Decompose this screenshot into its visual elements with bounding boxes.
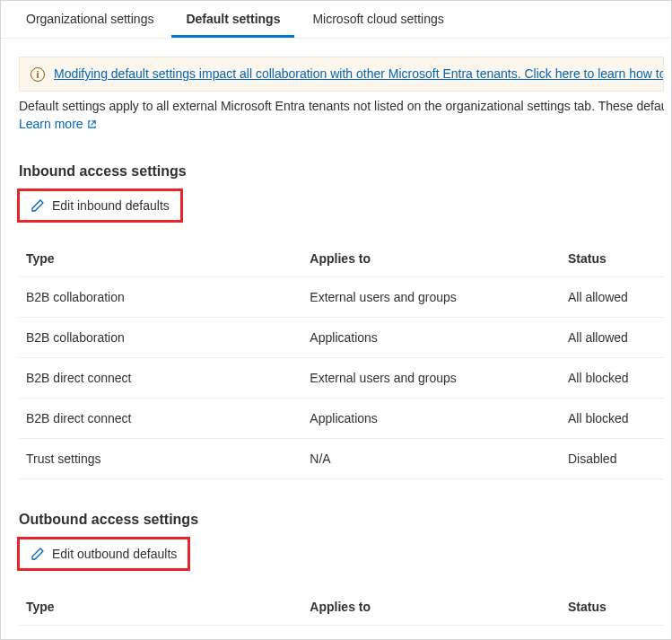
cell-status: All allowed (561, 318, 664, 358)
table-row[interactable]: B2B collaboration Applications All allow… (19, 318, 664, 358)
edit-inbound-label: Edit inbound defaults (52, 198, 170, 213)
cell-type: B2B direct connect (19, 399, 302, 439)
table-row[interactable]: Trust settings N/A Disabled (19, 439, 664, 479)
tab-default-settings[interactable]: Default settings (171, 1, 294, 38)
edit-outbound-label: Edit outbound defaults (52, 547, 177, 561)
tab-organizational-settings[interactable]: Organizational settings (12, 1, 168, 38)
pencil-icon (31, 198, 45, 213)
cell-applies: Applications (302, 399, 561, 439)
cell-status: All blocked (561, 399, 664, 439)
cell-status: All allowed (561, 277, 664, 318)
cell-status: All allowed (561, 626, 664, 641)
cell-applies: Users and groups (302, 626, 561, 641)
inbound-section-title: Inbound access settings (19, 163, 664, 180)
banner-link[interactable]: Modifying default settings impact all co… (54, 66, 664, 81)
cell-applies: External users and groups (302, 358, 561, 399)
cell-applies: N/A (302, 439, 561, 479)
outbound-table: Type Applies to Status B2B collaboration… (19, 591, 664, 640)
edit-inbound-defaults-button[interactable]: Edit inbound defaults (20, 191, 180, 220)
description-text: Default settings apply to all external M… (19, 97, 664, 115)
inbound-header-type[interactable]: Type (19, 242, 302, 277)
info-banner: i Modifying default settings impact all … (19, 57, 664, 92)
cell-applies: Applications (302, 318, 561, 358)
table-row[interactable]: B2B collaboration Users and groups All a… (19, 626, 664, 641)
inbound-highlight-box: Edit inbound defaults (17, 188, 183, 223)
edit-outbound-defaults-button[interactable]: Edit outbound defaults (20, 539, 188, 568)
cell-type: B2B collaboration (19, 277, 302, 318)
cell-status: All blocked (561, 358, 664, 399)
learn-more-label: Learn more (19, 117, 83, 131)
cell-type: Trust settings (19, 439, 302, 479)
outbound-header-status[interactable]: Status (561, 591, 664, 626)
table-row[interactable]: B2B direct connect Applications All bloc… (19, 399, 664, 439)
cell-type: B2B direct connect (19, 358, 302, 399)
cell-type: B2B collaboration (19, 318, 302, 358)
external-link-icon (87, 119, 97, 129)
tab-bar: Organizational settings Default settings… (1, 1, 671, 39)
outbound-header-applies[interactable]: Applies to (302, 591, 561, 626)
learn-more-link[interactable]: Learn more (19, 117, 97, 131)
info-icon: i (31, 67, 45, 82)
pencil-icon (31, 547, 45, 561)
outbound-header-type[interactable]: Type (19, 591, 302, 626)
table-row[interactable]: B2B collaboration External users and gro… (19, 277, 664, 318)
table-row[interactable]: B2B direct connect External users and gr… (19, 358, 664, 399)
cell-status: Disabled (561, 439, 664, 479)
outbound-section-title: Outbound access settings (19, 512, 664, 528)
cell-type: B2B collaboration (19, 626, 302, 641)
outbound-highlight-box: Edit outbound defaults (17, 537, 190, 571)
inbound-header-applies[interactable]: Applies to (302, 242, 561, 277)
inbound-header-status[interactable]: Status (561, 242, 664, 277)
tab-microsoft-cloud-settings[interactable]: Microsoft cloud settings (298, 1, 458, 38)
cell-applies: External users and groups (302, 277, 561, 318)
inbound-table: Type Applies to Status B2B collaboration… (19, 242, 664, 479)
